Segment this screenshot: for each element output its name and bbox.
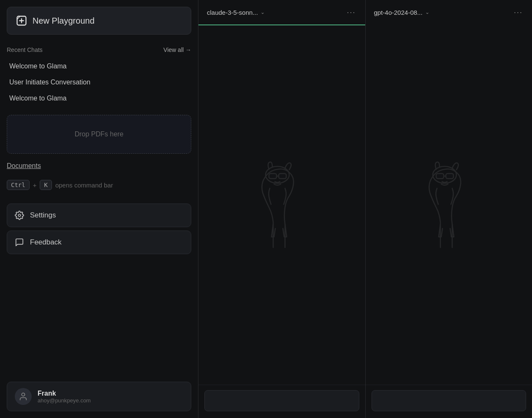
chevron-down-icon: ⌄ — [425, 9, 429, 15]
keyboard-shortcut-hint: Ctrl + K opens command bar — [7, 180, 191, 190]
svg-point-3 — [18, 214, 21, 217]
panel-1-more-button[interactable]: ··· — [343, 6, 359, 19]
feedback-button[interactable]: Feedback — [7, 231, 191, 254]
panel-2-model-name: gpt-4o-2024-08... — [374, 9, 423, 16]
feedback-label: Feedback — [30, 238, 62, 247]
k-key: K — [40, 180, 52, 190]
sidebar: New Playground Recent Chats View all → W… — [0, 0, 198, 418]
svg-rect-11 — [446, 174, 453, 179]
user-info: Frank ahoy@punkpeye.com — [38, 390, 91, 404]
keyboard-hint-text: opens command bar — [55, 182, 113, 189]
new-playground-button[interactable]: New Playground — [7, 7, 191, 35]
recent-chats-label: Recent Chats — [7, 46, 43, 53]
pdf-drop-zone[interactable]: Drop PDFs here — [7, 115, 191, 154]
svg-rect-6 — [269, 174, 277, 179]
list-item[interactable]: Welcome to Glama — [7, 90, 191, 106]
svg-rect-10 — [436, 174, 444, 179]
panel-2-more-button[interactable]: ··· — [510, 6, 526, 19]
documents-link[interactable]: Documents — [7, 162, 191, 170]
panel-2-footer — [366, 385, 532, 418]
avatar — [15, 388, 32, 405]
view-all-link[interactable]: View all → — [163, 46, 191, 53]
llama-illustration — [235, 159, 328, 252]
sidebar-actions: Settings Feedback — [7, 204, 191, 254]
new-playground-icon — [16, 15, 27, 27]
recent-chats-list: Welcome to Glama User Initiates Conversa… — [7, 58, 191, 106]
user-avatar-icon — [19, 392, 28, 401]
panel-1: claude-3-5-sonn... ⌄ ··· — [198, 0, 366, 418]
svg-point-4 — [22, 393, 24, 396]
panel-1-body — [198, 25, 365, 385]
panel-2-body — [366, 25, 532, 385]
list-item[interactable]: Welcome to Glama — [7, 58, 191, 74]
panel-2-header: gpt-4o-2024-08... ⌄ ··· — [366, 0, 532, 25]
documents-label: Documents — [7, 162, 41, 169]
settings-label: Settings — [30, 211, 56, 220]
llama-illustration-2 — [402, 159, 495, 252]
panel-1-header: claude-3-5-sonn... ⌄ ··· — [198, 0, 365, 25]
drop-zone-label: Drop PDFs here — [75, 130, 124, 138]
main-content: claude-3-5-sonn... ⌄ ··· — [198, 0, 532, 418]
plus-separator: + — [33, 182, 37, 189]
ctrl-key: Ctrl — [7, 180, 30, 190]
panel-1-model-selector[interactable]: claude-3-5-sonn... ⌄ — [204, 7, 267, 18]
panel-2: gpt-4o-2024-08... ⌄ ··· — [366, 0, 532, 418]
panel-2-chat-input[interactable] — [372, 390, 527, 411]
new-playground-label: New Playground — [33, 16, 95, 26]
user-section[interactable]: Frank ahoy@punkpeye.com — [7, 382, 191, 411]
svg-rect-7 — [279, 174, 286, 179]
panel-1-chat-input[interactable] — [204, 390, 359, 411]
user-email: ahoy@punkpeye.com — [38, 397, 91, 404]
chevron-down-icon: ⌄ — [261, 9, 265, 15]
panel-2-model-selector[interactable]: gpt-4o-2024-08... ⌄ — [372, 7, 432, 18]
view-all-label: View all → — [163, 46, 191, 53]
feedback-icon — [15, 238, 24, 247]
settings-button[interactable]: Settings — [7, 204, 191, 227]
gear-icon — [15, 211, 24, 220]
user-name: Frank — [38, 390, 91, 397]
recent-chats-header: Recent Chats View all → — [7, 46, 191, 53]
panel-1-model-name: claude-3-5-sonn... — [207, 9, 258, 16]
list-item[interactable]: User Initiates Conversation — [7, 74, 191, 90]
panel-1-footer — [198, 385, 365, 418]
